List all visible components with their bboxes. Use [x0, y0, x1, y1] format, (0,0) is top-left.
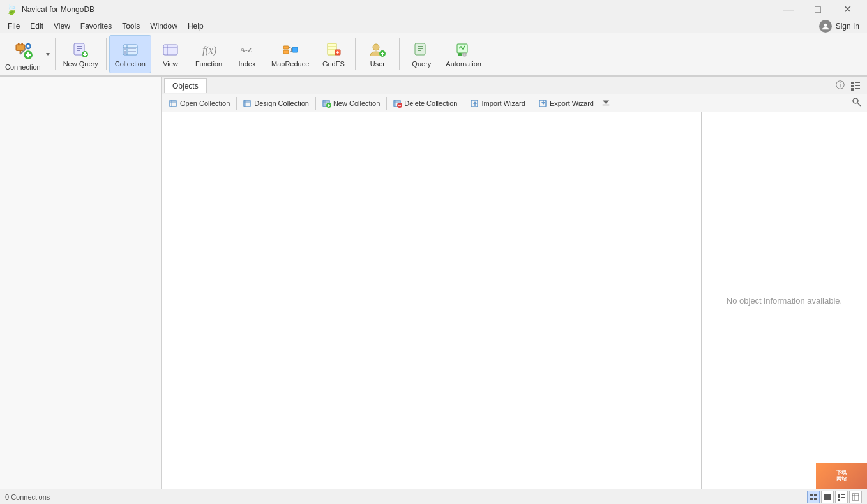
automation-icon — [455, 41, 472, 59]
info-icon[interactable]: ⓘ — [834, 79, 847, 92]
svg-rect-92 — [824, 496, 831, 498]
svg-line-35 — [289, 51, 292, 52]
function-button[interactable]: f(x) Function — [190, 35, 228, 73]
query-icon — [412, 41, 430, 59]
sign-in-area[interactable]: Sign In — [819, 20, 864, 33]
automation-button[interactable]: Automation — [441, 35, 486, 73]
mapreduce-label: MapReduce — [271, 60, 309, 68]
close-button[interactable]: ✕ — [833, 0, 862, 19]
design-collection-button[interactable]: Design Collection — [238, 97, 314, 110]
objects-toolbar: Open Collection Design Collection — [162, 94, 867, 112]
view-icon — [162, 41, 179, 59]
svg-rect-2 — [18, 43, 20, 45]
objects-tab[interactable]: Objects — [164, 78, 207, 93]
svg-rect-3 — [21, 43, 23, 45]
export-wizard-label: Export Wizard — [550, 100, 594, 107]
mapreduce-button[interactable]: MapReduce — [266, 35, 314, 73]
svg-text:f(x): f(x) — [202, 45, 216, 56]
delete-collection-button[interactable]: Delete Collection — [388, 97, 462, 110]
svg-rect-97 — [841, 497, 845, 498]
detail-view-icon — [850, 80, 861, 91]
menu-view[interactable]: View — [49, 20, 75, 32]
title-bar: 🍃 Navicat for MongoDB — □ ✕ — [0, 0, 867, 19]
new-query-icon — [72, 41, 89, 59]
svg-rect-25 — [128, 51, 136, 52]
menu-edit[interactable]: Edit — [25, 20, 49, 32]
view-button[interactable]: View — [151, 35, 190, 73]
automation-label: Automation — [446, 60, 481, 68]
connection-label: Connection — [5, 63, 41, 71]
toolbar-separator-3 — [355, 38, 356, 70]
svg-rect-98 — [838, 499, 840, 501]
status-bar-right — [807, 491, 862, 503]
status-bar: 0 Connections — [0, 489, 867, 504]
svg-rect-96 — [838, 496, 840, 498]
connection-button[interactable]: Connection — [3, 35, 43, 73]
svg-rect-55 — [855, 82, 860, 83]
svg-rect-99 — [841, 500, 845, 500]
more-button[interactable] — [599, 97, 613, 110]
gridfs-icon — [324, 41, 342, 59]
view-label: View — [163, 60, 178, 68]
grid-view-button[interactable] — [807, 491, 820, 503]
objects-tab-bar: Objects ⓘ — [162, 77, 867, 94]
search-button[interactable] — [849, 96, 864, 110]
obj-toolbar-sep-5 — [532, 97, 532, 110]
index-button[interactable]: A-Z Index — [228, 35, 266, 73]
app-title: Navicat for MongoDB — [22, 5, 94, 14]
gridfs-button[interactable]: GridFS — [314, 35, 352, 73]
function-icon: f(x) — [200, 41, 218, 59]
design-collection-label: Design Collection — [254, 100, 309, 107]
collection-button[interactable]: Collection — [109, 35, 151, 73]
grid-view-icon — [810, 493, 817, 501]
svg-marker-81 — [541, 102, 545, 105]
svg-rect-31 — [283, 46, 289, 49]
new-collection-button[interactable]: New Collection — [317, 97, 385, 110]
list-view-icon — [824, 493, 831, 501]
menu-help[interactable]: Help — [183, 20, 209, 32]
menu-tools[interactable]: Tools — [117, 20, 145, 32]
menu-bar: File Edit View Favorites Tools Window He… — [0, 19, 867, 33]
menu-favorites[interactable]: Favorites — [75, 20, 117, 32]
list-view-button[interactable] — [821, 491, 834, 503]
user-button[interactable]: User — [358, 35, 396, 73]
right-panel: Objects ⓘ — [162, 77, 867, 489]
mapreduce-icon — [282, 41, 299, 59]
er-view-button[interactable] — [849, 491, 862, 503]
left-panel — [0, 77, 162, 489]
list-detail-icon[interactable] — [849, 79, 862, 92]
svg-rect-32 — [283, 50, 289, 54]
obj-toolbar-sep-1 — [236, 97, 237, 110]
svg-rect-1 — [16, 45, 25, 51]
export-wizard-button[interactable]: Export Wizard — [534, 97, 599, 110]
import-wizard-label: Import Wizard — [481, 100, 525, 107]
menu-window[interactable]: Window — [145, 20, 183, 32]
svg-rect-56 — [851, 85, 854, 87]
import-wizard-button[interactable]: ▼ Import Wizard — [465, 97, 530, 110]
main-container: Objects ⓘ — [0, 77, 867, 489]
connection-button-group: Connection — [3, 35, 52, 73]
svg-marker-78 — [473, 101, 477, 104]
index-icon: A-Z — [238, 41, 256, 59]
svg-rect-88 — [814, 494, 817, 496]
open-collection-button[interactable]: Open Collection — [164, 97, 235, 110]
maximize-button[interactable]: □ — [803, 0, 833, 19]
query-button[interactable]: Query — [402, 35, 441, 73]
delete-collection-label: Delete Collection — [404, 100, 457, 107]
search-icon — [852, 97, 862, 107]
svg-rect-58 — [851, 88, 854, 91]
new-query-button[interactable]: New Query — [58, 35, 103, 73]
svg-rect-26 — [163, 45, 177, 55]
svg-rect-23 — [128, 48, 136, 49]
new-collection-label: New Collection — [333, 100, 380, 107]
detail-view-button[interactable] — [835, 491, 848, 503]
minimize-button[interactable]: — — [774, 0, 803, 19]
export-wizard-icon — [539, 99, 548, 108]
svg-rect-93 — [824, 498, 831, 500]
menu-file[interactable]: File — [3, 20, 25, 32]
svg-rect-94 — [838, 494, 840, 496]
query-label: Query — [412, 60, 431, 68]
svg-rect-63 — [244, 100, 250, 107]
svg-marker-11 — [46, 53, 50, 56]
connection-dropdown-arrow[interactable] — [43, 35, 52, 73]
